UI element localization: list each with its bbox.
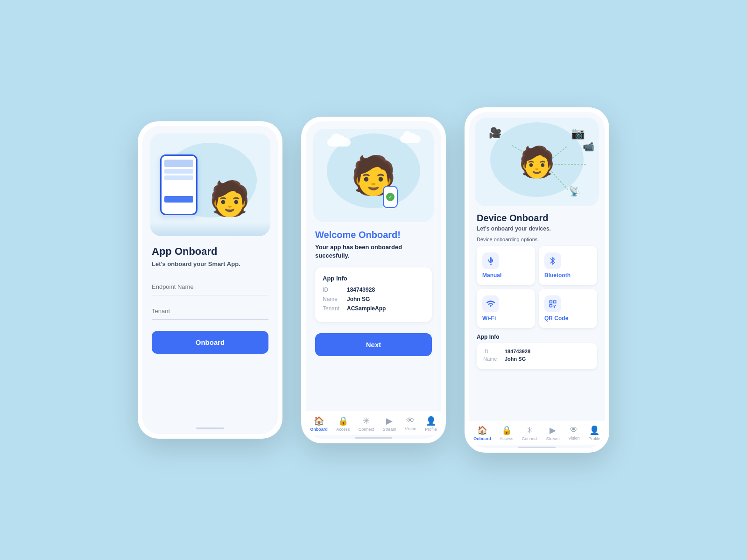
p3-connect-nav-label: Connect [522,436,538,441]
p2-nav-onboard[interactable]: 🏠 Onboard [310,416,328,432]
p2-name-row: Name John SG [323,296,424,302]
p2-tenant-row: Tenant ACSampleApp [323,305,424,312]
p3-nav-stream[interactable]: ▶ Stream [546,425,560,441]
manual-label: Manual [482,272,501,279]
endpoint-name-input[interactable] [152,279,268,295]
p2-bottom-nav: 🏠 Onboard 🔒 Access ✳ Connect ▶ Stream 👁 [306,411,441,435]
p2-content: Welcome Onboard! Your app has been onboa… [306,222,441,411]
phone-3-inner: 🧑 📷 📹 🎥 📡 Device Onboard Let's onboard y… [469,112,605,448]
access-nav-label: Access [336,427,350,432]
cloud-left [327,138,351,147]
p3-vision-nav-icon: 👁 [570,425,578,435]
p2-nav-access[interactable]: 🔒 Access [336,416,350,432]
phone-3: 🧑 📷 📹 🎥 📡 Device Onboard Let's onboard y… [465,107,609,453]
p2-description: Your app has been onboarded succesfully. [315,243,432,260]
p3-person-figure: 🧑 [518,147,556,177]
p3-options-grid: Manual Bluetooth [477,246,597,328]
next-button[interactable]: Next [315,333,432,356]
p2-name-value: John SG [347,296,370,302]
manual-icon [482,252,499,269]
profile-nav-label: Profile [425,427,437,432]
p1-title: App Onboard [152,245,268,258]
p3-access-nav-icon: 🔒 [501,425,512,435]
p3-hero-illustration: 🧑 📷 📹 🎥 📡 [475,118,599,206]
p3-connect-nav-icon: ✳ [526,425,533,435]
p1-city-bg [150,222,270,236]
p3-options-label: Device onboarding options [477,237,597,242]
onboard-nav-icon: 🏠 [314,416,324,426]
p3-app-info-title: App Info [477,334,597,340]
p3-name-label: Name [483,356,505,362]
phones-container: 🧑 App Onboard Let's onboard your Smart A… [138,107,609,453]
wifi-icon [482,295,499,312]
cloud-right [400,135,421,143]
profile-nav-icon: 👤 [426,416,436,426]
sensor-icon: 📡 [569,186,580,197]
p3-name-row: Name John SG [483,356,591,362]
option-bluetooth[interactable]: Bluetooth [539,246,597,285]
p2-phone-graphic: ✓ [383,186,398,208]
p3-nav-connect[interactable]: ✳ Connect [522,425,538,441]
onboard-nav-label: Onboard [310,427,328,432]
p3-nav-vision[interactable]: 👁 Vision [568,425,579,441]
p3-onboard-nav-icon: 🏠 [477,425,487,435]
option-wifi[interactable]: Wi-Fi [477,289,535,328]
p3-info-card: ID 184743928 Name John SG [477,343,597,369]
p1-subtitle: Let's onboard your Smart App. [152,260,268,267]
p3-id-label: ID [483,349,505,354]
p3-id-row: ID 184743928 [483,349,591,354]
p3-id-value: 184743928 [505,349,530,354]
p2-nav-profile[interactable]: 👤 Profile [425,416,437,432]
p3-nav-profile[interactable]: 👤 Profile [588,425,600,441]
p2-nav-stream[interactable]: ▶ Stream [383,416,396,432]
qrcode-icon [544,295,561,312]
camera-icon-tr: 📷 [571,127,585,140]
wifi-label: Wi-Fi [482,315,496,322]
p2-id-value: 184743928 [347,287,375,293]
connect-nav-icon: ✳ [363,416,370,426]
p2-nav-connect[interactable]: ✳ Connect [359,416,374,432]
bluetooth-icon [544,252,561,269]
p1-hero-illustration: 🧑 [150,133,270,236]
p3-subtitle: Let's onboard your devices. [477,225,597,232]
option-manual[interactable]: Manual [477,246,535,285]
p3-nav-access[interactable]: 🔒 Access [500,425,513,441]
p3-nav-indicator [518,447,556,448]
p2-nav-vision[interactable]: 👁 Vision [405,416,416,432]
tenant-input[interactable] [152,303,268,320]
p2-name-label: Name [323,296,347,302]
p3-access-nav-label: Access [500,436,513,441]
p2-app-info-title: App Info [323,275,424,282]
p1-scroll-indicator [196,427,224,429]
p1-person-figure: 🧑 [209,182,251,215]
connect-nav-label: Connect [359,427,374,432]
p2-nav-indicator [355,437,392,439]
phone-2: 🧑 ✓ Welcome Onboard! Your app has been o… [301,117,446,443]
phone-1-inner: 🧑 App Onboard Let's onboard your Smart A… [142,126,278,434]
p3-stream-nav-label: Stream [546,436,560,441]
p3-name-value: John SG [505,356,526,362]
p2-id-label: ID [323,287,347,293]
p2-id-row: ID 184743928 [323,287,424,293]
option-qrcode[interactable]: QR Code [539,289,597,328]
p3-vision-nav-label: Vision [568,436,579,441]
phone-1: 🧑 App Onboard Let's onboard your Smart A… [138,121,282,439]
p3-nav-onboard[interactable]: 🏠 Onboard [473,425,491,441]
qrcode-label: QR Code [544,315,568,322]
stream-nav-label: Stream [383,427,396,432]
access-nav-icon: 🔒 [338,416,348,426]
camera-icon-r: 📹 [583,141,594,152]
stream-nav-icon: ▶ [386,416,393,426]
onboard-button[interactable]: Onboard [152,331,268,354]
p3-stream-nav-icon: ▶ [550,425,556,435]
p1-phone-graphic [160,154,197,215]
phone-2-inner: 🧑 ✓ Welcome Onboard! Your app has been o… [306,121,441,439]
p3-bottom-nav: 🏠 Onboard 🔒 Access ✳ Connect ▶ Stream 👁 [469,420,605,445]
p3-onboard-nav-label: Onboard [473,436,491,441]
p2-welcome-title: Welcome Onboard! [315,230,432,240]
p1-content: App Onboard Let's onboard your Smart App… [142,236,278,423]
vision-nav-label: Vision [405,427,416,431]
p3-title: Device Onboard [477,213,597,224]
camera-icon-tl: 🎥 [489,127,501,139]
bluetooth-label: Bluetooth [544,272,571,279]
